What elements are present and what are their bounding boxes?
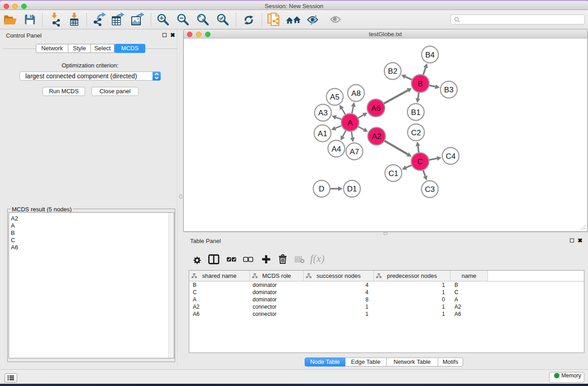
svg-text:A3: A3: [318, 109, 328, 117]
svg-text:B3: B3: [444, 86, 454, 94]
svg-text:D1: D1: [347, 185, 357, 193]
svg-text:A: A: [348, 119, 353, 127]
svg-text:C: C: [417, 157, 423, 166]
svg-text:B1: B1: [411, 108, 421, 117]
svg-text:A6: A6: [371, 104, 381, 113]
svg-text:A4: A4: [332, 145, 341, 153]
svg-text:A8: A8: [351, 89, 361, 98]
svg-text:C1: C1: [388, 169, 398, 178]
svg-text:B4: B4: [425, 51, 435, 59]
svg-text:B: B: [418, 80, 423, 88]
svg-text:C3: C3: [425, 185, 435, 194]
svg-text:B2: B2: [388, 67, 397, 76]
svg-text:A2: A2: [372, 132, 382, 141]
svg-text:A7: A7: [350, 148, 359, 156]
svg-text:C2: C2: [411, 129, 421, 137]
svg-text:A5: A5: [330, 93, 339, 101]
svg-text:D: D: [319, 185, 324, 193]
svg-text:A1: A1: [318, 129, 327, 138]
svg-text:C4: C4: [446, 152, 456, 161]
